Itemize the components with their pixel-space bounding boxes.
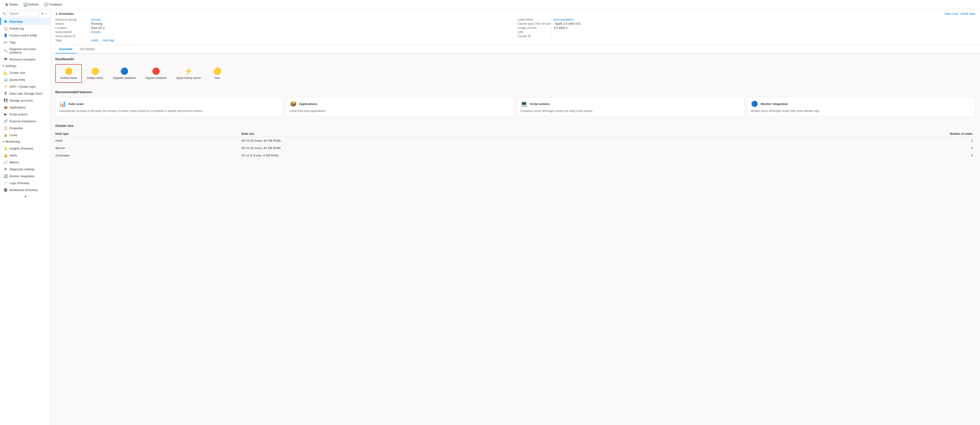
sidebar-item-ssh-login[interactable]: ⚡ SSH + Cluster login [0,83,51,90]
applications-icon: 📦 [3,105,8,109]
rec-card-script-actions[interactable]: 💻 Script actions Customize Azure HDInsig… [517,97,745,117]
chevron-down-icon-monitoring: ▾ [3,140,4,143]
add-tags-link[interactable]: Add tags [103,38,115,42]
head-node-type: Head [55,137,241,144]
zeppelin-label: Zeppelin notebook [113,77,136,80]
sidebar-item-tags[interactable]: 🏷 Tags [0,39,51,46]
subscription-move-link[interactable]: (move) [91,30,100,34]
dashboard-ambari-views[interactable]: 🟡 Ambari views [82,64,108,83]
workbooks-icon: 📓 [3,188,8,192]
dashboard-ambari-home[interactable]: 🟡 Ambari home [55,64,82,83]
dashboard-jupyter[interactable]: 🔴 Jupyter notebook [140,64,171,83]
script-actions-rec-desc: Customize Azure HDInsight clusters by us… [520,109,741,113]
essentials-section: ∧ Essentials View Cost JSON View Resourc… [51,9,980,45]
essentials-actions: View Cost JSON View [944,12,975,16]
feedback-icon: 💬 [44,3,48,6]
recommended-grid: 📊 Auto scale Automatically increase or d… [55,97,975,117]
cluster-size-table: Node type Node size Number of nodes Head… [55,131,975,159]
storage-icon: 💾 [3,99,8,102]
location-label: Location [55,26,88,30]
tab-overview[interactable]: Overview [55,45,76,54]
chevron-up-icon: ∧ [55,12,57,16]
metrics-icon: 📈 [3,160,8,164]
sidebar-item-locks[interactable]: 🔒 Locks [0,131,51,139]
tags-label: Tags [55,38,88,42]
monitor-icon: 🔄 [3,174,8,178]
worker-node-count: 4 [698,144,975,152]
image-version-value: 4.0.3000.1 [554,26,568,30]
sidebar-item-monitor-integration[interactable]: 🔄 Monitor integration [0,173,51,179]
sidebar-item-diagnose[interactable]: 🔧 Diagnose and solve problems [0,46,51,56]
tabs-bar: Overview Get started [51,45,980,54]
dashboards-row: 🟡 Ambari home 🟡 Ambari views 🔵 Zeppelin … [55,64,975,83]
zeppelin-icon: 🔵 [120,67,129,75]
tags-edit-link[interactable]: (edit) [91,38,98,42]
sidebar-item-metrics[interactable]: 📈 Metrics [0,159,51,166]
data-lake-icon: 🗄 [3,92,8,95]
rec-card-auto-scale[interactable]: 📊 Auto scale Automatically increase or d… [55,97,283,117]
diagnose-icon: 🔧 [3,49,8,53]
refresh-button[interactable]: 🔄 Refresh [21,2,41,7]
ssh-icon: ⚡ [3,85,8,88]
insights-icon: 💡 [3,147,8,150]
essentials-cluster-type: Cluster type, HDI version : Spark 2.4 (H… [518,22,975,26]
sidebar-item-script-actions[interactable]: ▶ Script actions [0,111,51,118]
resource-group-move-link[interactable]: (move) [91,18,100,21]
tab-get-started[interactable]: Get started [76,45,98,54]
dashboard-zeppelin[interactable]: 🔵 Zeppelin notebook [108,64,141,83]
sidebar: 🔍 ✕ ‹ ⊞ Overview 📋 Activity log 👤 Access… [0,9,51,425]
scroll-down-indicator[interactable]: ▾ [0,193,51,200]
sidebar-item-quota-limits[interactable]: 📊 Quota limits [0,76,51,83]
dashboard-spark-history[interactable]: ⚡ Spark history server [172,64,206,83]
sidebar-item-activity-log[interactable]: 📋 Activity log [0,25,51,32]
resource-group-label: Resource group [55,18,88,21]
essentials-title: ∧ Essentials [55,12,74,16]
cluster-row-zookeeper: Zookeeper A2 v2 (2 Cores, 4 GB RAM) 3 [55,152,975,159]
sidebar-item-insights[interactable]: 💡 Insights (Preview) [0,145,51,152]
monitoring-section-header[interactable]: ▾ Monitoring [0,139,51,145]
applications-rec-icon: 📦 [290,101,297,107]
col-node-count: Number of nodes [698,131,975,137]
search-input[interactable] [7,11,40,16]
sidebar-item-data-lake[interactable]: 🗄 Data Lake Storage Gen1 [0,90,51,97]
rec-card-monitor-integration[interactable]: 🔵 Monitor integration Monitor Azure HDIn… [748,97,975,117]
cluster-type-value: Spark 2.4 (HDI 4.0) [555,22,581,26]
monitor-integration-icon: 🔵 [751,101,758,107]
sidebar-item-overview[interactable]: ⊞ Overview [0,18,51,25]
sidebar-item-external-metastores[interactable]: 🔗 External metastores [0,118,51,125]
json-view-link[interactable]: JSON View [960,12,975,16]
close-icon[interactable]: ✕ [41,12,44,16]
recommended-section: Recommended features 📊 Auto scale Automa… [51,86,980,120]
essentials-url: URL : [518,30,975,34]
ambari-views-icon: 🟡 [91,67,99,75]
sidebar-item-cluster-size[interactable]: 📐 Cluster size [0,69,51,76]
sidebar-item-alerts[interactable]: 🔔 Alerts [0,152,51,159]
head-node-size: E8 V3 (8 Cores, 64 GB RAM) [241,137,698,144]
applications-rec-title: Applications [299,102,317,105]
essentials-resource-group: Resource group : (move) [55,18,513,21]
subscription-label: Subscription [55,30,88,34]
auto-scale-icon: 📊 [59,101,66,107]
sidebar-item-properties[interactable]: 📋 Properties [0,125,51,131]
documentation-link[interactable]: Documentation [554,18,574,21]
sidebar-item-logs-preview[interactable]: 📄 Logs (Preview) [0,179,51,187]
sidebar-item-storage-accounts[interactable]: 💾 Storage accounts [0,97,51,104]
sidebar-item-workbooks-preview[interactable]: 📓 Workbooks (Preview) [0,187,51,193]
essentials-left-col: Resource group : (move) Status : Running… [55,18,513,42]
sidebar-item-access-control[interactable]: 👤 Access control (IAM) [0,32,51,39]
sidebar-item-diagnostic-settings[interactable]: ⚙ Diagnostic settings [0,166,51,173]
overview-icon: ⊞ [3,19,8,23]
settings-section-header[interactable]: ▾ Settings [0,63,51,69]
sidebar-item-resource-visualizer[interactable]: 🗺 Resource visualizer [0,56,51,63]
feedback-button[interactable]: 💬 Feedback [42,2,65,7]
delete-button[interactable]: 🗑 Delete [3,2,20,7]
sidebar-item-applications[interactable]: 📦 Applications [0,104,51,111]
cluster-row-head: Head E8 V3 (8 Cores, 64 GB RAM) 2 [55,137,975,144]
collapse-icon[interactable]: ‹ [45,11,46,16]
logs-icon: 📄 [3,181,8,185]
external-metastores-icon: 🔗 [3,119,8,123]
dashboard-yarn[interactable]: 🟡 Yarn [206,64,229,83]
cluster-size-icon: 📐 [3,71,8,75]
rec-card-applications[interactable]: 📦 Applications Install third party appli… [286,97,514,117]
view-cost-link[interactable]: View Cost [944,12,958,16]
